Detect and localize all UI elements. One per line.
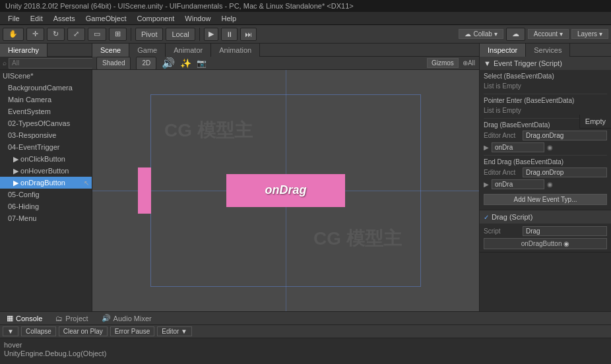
collab-button[interactable]: ☁ Collab ▾ bbox=[459, 29, 503, 39]
drag-script-title: Drag (Script) bbox=[492, 213, 532, 221]
hierarchy-uiscene[interactable]: UIScene* bbox=[0, 70, 92, 82]
drag-editor-value[interactable]: Drag.onDrag bbox=[523, 131, 607, 140]
console-tab[interactable]: ▦ Console bbox=[0, 313, 49, 324]
hierarchy-bgcamera[interactable]: BackgroundCamera bbox=[0, 82, 92, 94]
ondrag-button-label: onDrag bbox=[265, 183, 306, 197]
main-layout: Hierarchy Scene Game Animator Animation … bbox=[0, 44, 611, 364]
hierarchy-ondrag[interactable]: ▶ onDragButton ↖ bbox=[0, 177, 92, 189]
inspector-tab[interactable]: Inspector bbox=[480, 44, 526, 57]
bottom-tabs: ▦ Console 🗂 Project 🔊 Audio Mixer bbox=[0, 312, 611, 325]
2d-button[interactable]: 2D bbox=[136, 57, 156, 70]
hierarchy-02types[interactable]: 02-TypesOfCanvas bbox=[0, 117, 92, 129]
select-label: Select (BaseEventData) bbox=[484, 73, 607, 80]
end-drag-editor-label: Editor Anct bbox=[484, 169, 520, 176]
hierarchy-maincamera[interactable]: Main Camera bbox=[0, 94, 92, 106]
account-button[interactable]: Account ▾ bbox=[528, 29, 569, 39]
drag-script-header[interactable]: ✓ Drag (Script) bbox=[480, 210, 611, 224]
menu-window[interactable]: Window bbox=[179, 13, 216, 24]
script-value[interactable]: Drag bbox=[523, 226, 607, 236]
hierarchy-07menu[interactable]: 07-Menu bbox=[0, 212, 92, 224]
end-drag-arrow-icon: ▶ bbox=[484, 181, 489, 188]
add-event-button[interactable]: Add New Event Typ... bbox=[484, 194, 607, 205]
audio-on-icon[interactable]: 🔊 bbox=[162, 57, 175, 69]
cloud-button[interactable]: ☁ bbox=[506, 28, 525, 41]
console-line-1: hover bbox=[4, 341, 607, 349]
scene-content: CG 模型主 CG 模型主 onDrag bbox=[92, 70, 479, 311]
project-tab[interactable]: 🗂 Project bbox=[49, 313, 94, 324]
move-tool[interactable]: ✛ bbox=[26, 28, 44, 41]
pause-button[interactable]: ⏸ bbox=[221, 28, 238, 41]
animator-tab[interactable]: Animator bbox=[166, 44, 211, 57]
error-pause-btn[interactable]: Error Pause bbox=[110, 326, 154, 336]
separator-2 bbox=[199, 28, 200, 41]
fx-icon[interactable]: ✨ bbox=[180, 58, 191, 69]
editor-btn[interactable]: Editor ▼ bbox=[157, 326, 192, 336]
end-drag-circle-icon[interactable]: ◉ bbox=[547, 181, 553, 188]
rect-tool[interactable]: ▭ bbox=[88, 28, 106, 41]
drag-script-body: Script Drag onDragButton ◉ bbox=[480, 224, 611, 252]
audio-mixer-tab[interactable]: 🔊 Audio Mixer bbox=[95, 313, 158, 324]
end-drag-ondrag-value[interactable]: onDra bbox=[492, 179, 544, 189]
event-trigger-body: Select (BaseEventData) List is Empty Poi… bbox=[480, 70, 611, 210]
transform-tool[interactable]: ⊞ bbox=[109, 28, 127, 41]
drag-circle-icon[interactable]: ◉ bbox=[547, 144, 553, 151]
pointer-enter-subsection: Pointer Enter (BaseEventData) List is Em… bbox=[484, 94, 607, 115]
pointer-enter-label: Pointer Enter (BaseEventData) bbox=[484, 97, 607, 104]
drag-ondrag-value[interactable]: onDra bbox=[492, 142, 544, 152]
hierarchy-05config[interactable]: 05-Config bbox=[0, 189, 92, 200]
scene-camera-icon[interactable]: 📷 bbox=[197, 59, 207, 68]
end-drag-subsection: End Drag (BaseEventData) Editor Anct Dra… bbox=[484, 155, 607, 189]
step-button[interactable]: ⏭ bbox=[240, 28, 257, 41]
ondrag-button-display: onDragButton ◉ bbox=[484, 238, 607, 249]
drag-editor-label: Editor Anct bbox=[484, 132, 520, 139]
menu-component[interactable]: Component bbox=[131, 13, 179, 24]
scene-tabs: Scene Game Animator Animation bbox=[92, 44, 479, 56]
hierarchy-tab[interactable]: Hierarchy bbox=[0, 44, 48, 57]
shaded-dropdown[interactable]: Shaded bbox=[96, 57, 131, 70]
clear-on-play-btn[interactable]: Clear on Play bbox=[59, 326, 108, 336]
hierarchy-onhover[interactable]: ▶ onHoverButton bbox=[0, 165, 92, 177]
menu-edit[interactable]: Edit bbox=[25, 13, 48, 24]
local-button[interactable]: Local bbox=[166, 28, 195, 41]
end-drag-editor-value[interactable]: Drag.onDrop bbox=[523, 167, 607, 177]
scene-tab[interactable]: Scene bbox=[92, 44, 129, 57]
hierarchy-06hiding[interactable]: 06-Hiding bbox=[0, 200, 92, 212]
console-content: hover UnityEngine.Debug.Log(Object) bbox=[0, 338, 611, 364]
hierarchy-03responsive[interactable]: 03-Responsive bbox=[0, 129, 92, 141]
scene-toolbar-right: Gizmos ⊕All bbox=[427, 58, 475, 68]
ondrag-button[interactable]: onDrag bbox=[226, 174, 345, 207]
gizmos-button[interactable]: Gizmos bbox=[427, 58, 459, 68]
toolbar: ✋ ✛ ↻ ⤢ ▭ ⊞ Pivot Local ▶ ⏸ ⏭ ☁ Collab ▾… bbox=[0, 25, 611, 44]
content-area: ⌕ UIScene* BackgroundCamera Main Camera … bbox=[0, 57, 611, 311]
title-bar: Unity 2018.2.0f2 Personal (64bit) - UISc… bbox=[0, 0, 611, 12]
menu-assets[interactable]: Assets bbox=[48, 13, 80, 24]
animation-tab[interactable]: Animation bbox=[211, 44, 260, 57]
hand-tool[interactable]: ✋ bbox=[3, 28, 24, 41]
scene-view: Shaded 2D 🔊 ✨ 📷 Gizmos ⊕All CG 模型主 bbox=[92, 57, 479, 311]
collapse-btn[interactable]: Collapse bbox=[21, 326, 56, 336]
menu-help[interactable]: Help bbox=[216, 13, 241, 24]
services-tab[interactable]: Services bbox=[526, 44, 570, 57]
menu-file[interactable]: File bbox=[3, 13, 25, 24]
audio-icon: 🔊 bbox=[102, 314, 111, 322]
menu-gameobject[interactable]: GameObject bbox=[80, 13, 132, 24]
arrow-icon: ▼ bbox=[484, 59, 491, 67]
play-button[interactable]: ▶ bbox=[204, 28, 218, 41]
drag-ondrag-row: ▶ onDra ◉ bbox=[484, 142, 607, 152]
event-trigger-title: Event Trigger (Script) bbox=[494, 59, 562, 67]
dropdown-btn[interactable]: ▼ bbox=[3, 326, 18, 336]
layers-button[interactable]: Layers ▾ bbox=[571, 29, 608, 39]
script-label: Script bbox=[484, 228, 520, 235]
bottom-panels: ▦ Console 🗂 Project 🔊 Audio Mixer ▼ Coll… bbox=[0, 311, 611, 364]
pink-side-element bbox=[138, 167, 151, 214]
hierarchy-04event[interactable]: 04-EventTrigger bbox=[0, 141, 92, 153]
hierarchy-eventsystem[interactable]: EventSystem bbox=[0, 106, 92, 117]
hierarchy-search-input[interactable] bbox=[9, 58, 99, 69]
scale-tool[interactable]: ⤢ bbox=[67, 28, 85, 41]
event-trigger-header[interactable]: ▼ Event Trigger (Script) bbox=[480, 57, 611, 70]
rotate-tool[interactable]: ↻ bbox=[47, 28, 65, 41]
pivot-button[interactable]: Pivot bbox=[135, 28, 163, 41]
title-text: Unity 2018.2.0f2 Personal (64bit) - UISc… bbox=[5, 2, 354, 10]
game-tab[interactable]: Game bbox=[129, 44, 166, 57]
hierarchy-onclick[interactable]: ▶ onClickButton bbox=[0, 153, 92, 165]
